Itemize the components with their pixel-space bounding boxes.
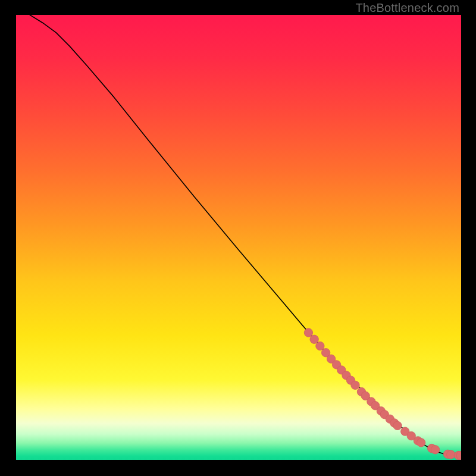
- data-marker: [310, 335, 318, 343]
- data-marker: [304, 328, 312, 337]
- data-marker: [351, 381, 359, 389]
- chart-svg: [16, 15, 461, 460]
- data-marker: [431, 446, 439, 454]
- watermark-text: TheBottleneck.com: [355, 1, 459, 15]
- data-marker: [316, 342, 324, 350]
- chart-frame: TheBottleneck.com: [0, 0, 476, 476]
- data-marker: [447, 450, 455, 459]
- plot-area: [16, 15, 461, 460]
- marker-group: [304, 328, 461, 460]
- curve-line: [30, 15, 461, 456]
- data-marker: [416, 439, 425, 447]
- data-marker: [393, 421, 402, 430]
